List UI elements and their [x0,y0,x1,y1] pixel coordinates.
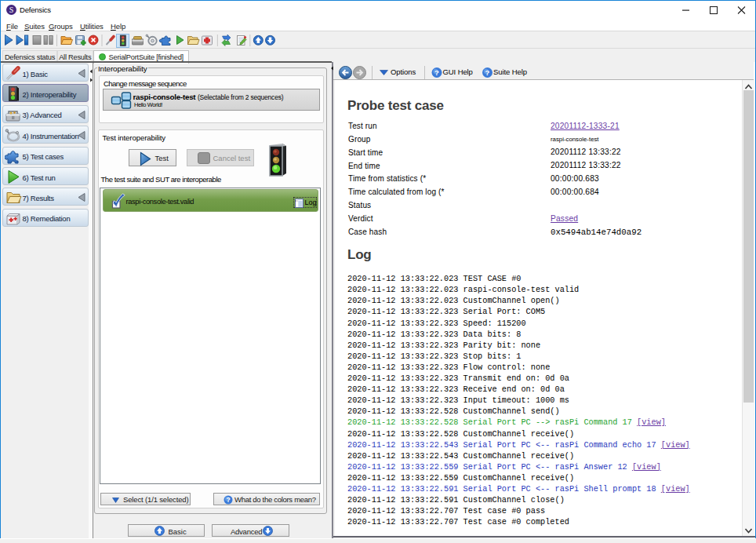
svg-text:?: ? [226,496,230,504]
svg-text:?: ? [485,67,490,76]
svg-text:?: ? [434,67,439,76]
